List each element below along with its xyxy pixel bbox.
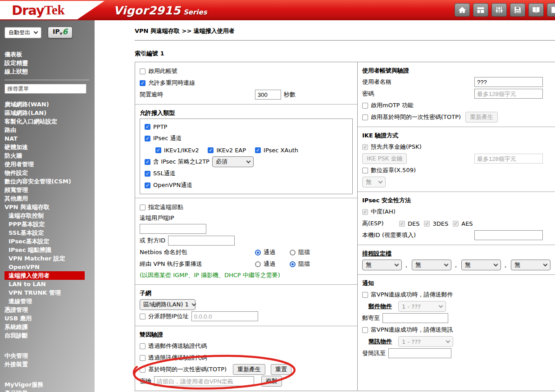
sms-code-checkbox[interactable] xyxy=(140,355,146,361)
secret-copy-button[interactable]: 複製 xyxy=(261,376,282,387)
schedule-select-3[interactable]: 無 xyxy=(461,260,501,270)
ike-psk-button[interactable]: IKE PSK 金鑰 xyxy=(362,153,407,164)
sms-object-link[interactable]: 簡訊物件 xyxy=(368,337,392,346)
home-icon[interactable] xyxy=(455,3,470,17)
static-ip-input[interactable] xyxy=(191,311,258,321)
sidebar-item[interactable]: 數位內容安全管理(CSM) xyxy=(5,177,95,186)
sidebar-item-dashboard[interactable]: 儀表板 xyxy=(5,50,95,59)
sidebar-item[interactable]: 物件設定 xyxy=(5,169,95,177)
sidebar-item[interactable]: NAT xyxy=(5,134,95,143)
sidebar-item[interactable]: LAN to LAN xyxy=(5,280,95,288)
sidebar-item[interactable]: VPN Matcher 設定 xyxy=(5,254,95,263)
sidebar-item-wizard[interactable]: 設定精靈 xyxy=(5,59,95,67)
sidebar-item[interactable]: VPN TRUNK 管理 xyxy=(5,288,95,297)
save-icon[interactable] xyxy=(510,3,525,17)
clipped-icon[interactable] xyxy=(547,3,555,17)
peer-id-input[interactable] xyxy=(168,236,235,246)
x509-checkbox[interactable] xyxy=(362,168,368,173)
sliders-icon[interactable] xyxy=(491,3,507,17)
allow-multi-checkbox[interactable] xyxy=(140,80,146,86)
schedule-select-2[interactable]: 無 xyxy=(412,260,451,270)
ipsec-tunnel-checkbox[interactable] xyxy=(145,136,150,141)
sidebar-item-online-status[interactable]: 線上狀態 xyxy=(5,67,95,76)
manual-icon[interactable] xyxy=(528,3,544,17)
sms-object-select[interactable]: 1 - ??? xyxy=(398,336,453,347)
xauth-checkbox[interactable] xyxy=(255,147,261,153)
ikev1v2-checkbox[interactable] xyxy=(155,147,161,153)
sidebar-item[interactable]: PPP基本設定 xyxy=(5,220,95,228)
totp-enable-checkbox[interactable] xyxy=(362,114,368,120)
des-checkbox[interactable] xyxy=(399,221,405,227)
multicast-pass-radio[interactable] xyxy=(255,261,261,267)
netbios-block-radio[interactable] xyxy=(290,250,296,255)
sidebar-item[interactable]: 產品註冊 xyxy=(5,389,95,392)
sidebar-item[interactable]: 中央管理 xyxy=(5,351,95,360)
mail-notify-checkbox[interactable] xyxy=(362,292,368,298)
totp-regenerate-button[interactable]: 重新產生 xyxy=(233,364,265,375)
sidebar-item[interactable]: 其他應用 xyxy=(5,194,95,203)
subnet-select[interactable]: 區域網路(LAN) 1 xyxy=(140,299,196,310)
mail-to-input[interactable] xyxy=(382,313,448,323)
totp-checkbox[interactable] xyxy=(140,367,146,373)
static-ip-checkbox[interactable] xyxy=(140,314,146,319)
sidebar-item[interactable]: 防火牆 xyxy=(5,151,95,160)
mail-object-select[interactable]: 1 - ??? xyxy=(398,301,446,312)
sidebar-item[interactable]: USB 應用 xyxy=(5,314,95,323)
3des-checkbox[interactable] xyxy=(424,221,430,227)
sidebar-item[interactable]: 區域網路(LAN) xyxy=(5,109,95,117)
totp-reset-button[interactable]: 重置 xyxy=(271,364,291,375)
auto-logout-select[interactable]: 自動登出 xyxy=(5,27,41,38)
sidebar-item[interactable]: 外接裝置 xyxy=(5,360,95,369)
sidebar-item[interactable]: SSL基本設定 xyxy=(5,228,95,237)
psk-checkbox[interactable] xyxy=(362,144,368,150)
password-input[interactable] xyxy=(474,89,543,99)
schedule-select-1[interactable]: 無 xyxy=(362,260,402,270)
sidebar-item[interactable]: 客製化入口網站設定 xyxy=(5,117,95,126)
ssl-checkbox[interactable] xyxy=(145,171,150,177)
secret-input[interactable] xyxy=(154,376,254,386)
sms-to-input[interactable] xyxy=(388,348,451,358)
x509-profile-select[interactable]: 無 xyxy=(362,177,386,187)
motp-checkbox[interactable] xyxy=(362,103,368,109)
openvpn-checkbox[interactable] xyxy=(145,182,150,188)
sidebar-item[interactable]: 硬體加速 xyxy=(5,143,95,151)
wizard-icon[interactable] xyxy=(473,3,488,17)
aes-checkbox[interactable] xyxy=(453,221,459,227)
sidebar-item[interactable]: VPN 與遠端存取 xyxy=(5,203,95,211)
remote-ip-input[interactable] xyxy=(140,224,206,234)
sidebar-item[interactable]: IPsec基本設定 xyxy=(5,237,95,246)
ikev2eap-checkbox[interactable] xyxy=(208,147,214,153)
sidebar-item[interactable]: 連線管理 xyxy=(5,297,95,305)
ike-psk-input[interactable] xyxy=(474,154,543,164)
sidebar-item-active[interactable]: 遠端撥入使用者 xyxy=(5,271,85,280)
enable-account-checkbox[interactable] xyxy=(140,68,146,74)
local-id-input[interactable] xyxy=(474,230,543,240)
mail-code-checkbox[interactable] xyxy=(140,343,146,349)
sms-notify-checkbox[interactable] xyxy=(362,327,368,333)
sidebar-item[interactable]: 使用者管理 xyxy=(5,160,95,169)
sidebar-item[interactable]: 路由 xyxy=(5,126,95,134)
menu-search-input[interactable] xyxy=(5,84,86,94)
sidebar-item[interactable]: OpenVPN xyxy=(5,263,95,271)
sidebar-item[interactable]: 系統維護 xyxy=(5,323,95,331)
sidebar-item[interactable]: MyVigor服務 xyxy=(5,380,95,389)
totp-regenerate-button-right[interactable]: 重新產生 xyxy=(465,112,498,123)
sidebar-item[interactable]: 廣域網路(WAN) xyxy=(5,100,95,109)
schedule-title-link[interactable]: 排程設定檔 xyxy=(362,250,391,257)
netbios-pass-radio[interactable] xyxy=(255,250,261,255)
mail-object-link[interactable]: 郵件物件 xyxy=(368,302,392,310)
multicast-block-radio[interactable] xyxy=(290,261,296,267)
sidebar-item[interactable]: IPsec 端點辨識 xyxy=(5,246,95,254)
specify-node-checkbox[interactable] xyxy=(140,205,146,210)
l2tp-checkbox[interactable] xyxy=(145,159,150,165)
idle-timeout-input[interactable] xyxy=(255,90,281,100)
sidebar-item[interactable]: 自我診斷 xyxy=(5,331,95,340)
ah-checkbox[interactable] xyxy=(362,209,368,215)
username-input[interactable] xyxy=(474,77,543,87)
sidebar-item[interactable]: 憑證管理 xyxy=(5,305,95,314)
pptp-checkbox[interactable] xyxy=(145,124,150,130)
sidebar-item[interactable]: 頻寬管理 xyxy=(5,186,95,194)
l2tp-policy-select[interactable]: 必須 xyxy=(212,156,254,167)
ipv6-button[interactable]: IPv6 xyxy=(48,27,73,38)
sidebar-item[interactable]: 遠端存取控制 xyxy=(5,211,95,220)
